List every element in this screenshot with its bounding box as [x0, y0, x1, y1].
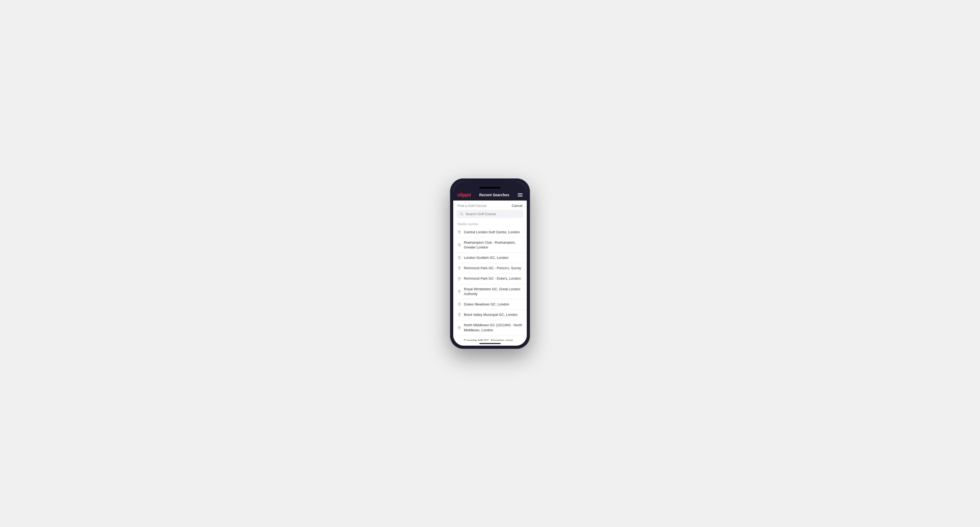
course-name: Brent Valley Municipal GC, London: [464, 313, 517, 317]
course-list-item[interactable]: Dukes Meadows GC, London: [453, 299, 527, 310]
pin-icon: [458, 230, 461, 234]
course-name: North Middlesex GC (1011942 - North Midd…: [464, 323, 522, 332]
course-name: Royal Wimbledon GC, Great London Authori…: [464, 287, 522, 296]
pin-icon: [458, 313, 461, 317]
menu-line-2: [518, 195, 522, 195]
svg-point-3: [459, 244, 460, 245]
home-bar: [479, 343, 501, 344]
svg-point-7: [459, 291, 460, 292]
course-name: Dukes Meadows GC, London: [464, 302, 509, 307]
course-name: Roehampton Club - Roehampton, Greater Lo…: [464, 240, 522, 250]
course-list-item[interactable]: Roehampton Club - Roehampton, Greater Lo…: [453, 238, 527, 253]
notch-pill: [479, 187, 501, 189]
menu-line-3: [518, 196, 522, 197]
course-list-item[interactable]: Coombe Hill GC, Kingston upon Thames: [453, 335, 527, 341]
course-name: Central London Golf Centre, London: [464, 230, 520, 235]
home-indicator: [453, 341, 527, 346]
course-list-item[interactable]: Central London Golf Centre, London: [453, 227, 527, 238]
svg-point-2: [459, 231, 460, 232]
course-name: London Scottish GC, London: [464, 256, 508, 260]
cancel-button[interactable]: Cancel: [512, 204, 522, 208]
pin-icon: [458, 266, 461, 270]
menu-line-1: [518, 193, 522, 194]
nav-title: Recent Searches: [479, 193, 509, 197]
course-list-item[interactable]: North Middlesex GC (1011942 - North Midd…: [453, 320, 527, 335]
svg-point-10: [459, 327, 460, 327]
svg-point-9: [459, 314, 460, 315]
course-list-item[interactable]: Richmond Park GC - Prince's, Surrey: [453, 263, 527, 273]
nearby-section-label: Nearby courses: [453, 221, 527, 227]
phone-screen: clippd Recent Searches Find a Golf Cours…: [453, 182, 527, 346]
svg-point-5: [459, 267, 460, 268]
course-name: Coombe Hill GC, Kingston upon Thames: [464, 338, 522, 341]
pin-icon: [458, 256, 461, 260]
app-logo: clippd: [458, 192, 471, 198]
nearby-courses-section: Nearby courses Central London Golf Centr…: [453, 221, 527, 341]
pin-icon: [458, 290, 461, 294]
search-icon: [460, 212, 463, 216]
search-container: [453, 210, 527, 221]
course-list-item[interactable]: Richmond Park GC - Duke's, London: [453, 273, 527, 284]
pin-icon: [458, 326, 461, 330]
course-name: Richmond Park GC - Prince's, Surrey: [464, 266, 521, 271]
svg-point-6: [459, 278, 460, 279]
content-area: Find a Golf Course Cancel Nearby courses: [453, 200, 527, 341]
phone-frame: clippd Recent Searches Find a Golf Cours…: [450, 178, 530, 349]
search-box: [457, 210, 523, 218]
find-header-title: Find a Golf Course: [458, 204, 487, 208]
search-input[interactable]: [466, 212, 520, 216]
svg-point-8: [459, 303, 460, 305]
svg-line-1: [462, 214, 463, 216]
pin-icon: [458, 243, 461, 247]
pin-icon: [458, 277, 461, 281]
courses-list: Central London Golf Centre, London Roeha…: [453, 227, 527, 341]
nav-bar: clippd Recent Searches: [453, 190, 527, 200]
pin-icon: [458, 303, 461, 306]
find-header: Find a Golf Course Cancel: [453, 200, 527, 210]
course-list-item[interactable]: London Scottish GC, London: [453, 253, 527, 263]
phone-notch: [453, 182, 527, 190]
course-name: Richmond Park GC - Duke's, London: [464, 276, 521, 281]
menu-icon[interactable]: [518, 193, 522, 197]
course-list-item[interactable]: Royal Wimbledon GC, Great London Authori…: [453, 284, 527, 299]
svg-point-4: [459, 257, 460, 258]
course-list-item[interactable]: Brent Valley Municipal GC, London: [453, 310, 527, 320]
